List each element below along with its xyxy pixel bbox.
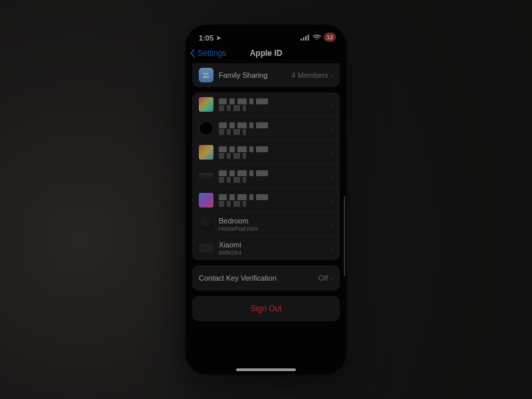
ipad-color-icon bbox=[199, 145, 213, 160]
family-sharing-value: 4 Members bbox=[291, 71, 328, 79]
chevron-right-icon: › bbox=[331, 275, 333, 282]
device-title bbox=[219, 194, 331, 200]
svg-rect-3 bbox=[307, 35, 309, 41]
chevron-right-icon: › bbox=[331, 125, 333, 132]
wifi-icon bbox=[313, 34, 321, 41]
device-title bbox=[219, 122, 331, 128]
device-title: Xiaomi bbox=[219, 241, 331, 249]
device-subtitle bbox=[219, 201, 331, 207]
chevron-right-icon: › bbox=[331, 221, 333, 228]
row-device-iphone[interactable]: › bbox=[192, 92, 340, 116]
scrollbar[interactable] bbox=[344, 196, 345, 276]
row-family-sharing[interactable]: Family Sharing 4 Members › bbox=[192, 63, 340, 87]
page-title: Apple ID bbox=[250, 49, 283, 58]
device-title bbox=[219, 98, 331, 104]
device-subtitle bbox=[219, 177, 331, 183]
home-indicator[interactable] bbox=[236, 368, 296, 371]
status-right: 12 bbox=[301, 33, 336, 42]
iphone-color-icon bbox=[199, 97, 213, 112]
row-device-mibox[interactable]: XiaomiMIBOX4› bbox=[192, 236, 340, 260]
phone-frame: 1:05 ➤ 12 Settings Apple ID bbox=[186, 25, 346, 374]
group-sign-out: Sign Out bbox=[192, 296, 340, 321]
row-device-monitor[interactable]: › bbox=[192, 188, 340, 212]
chevron-right-icon: › bbox=[331, 173, 333, 180]
svg-rect-2 bbox=[305, 36, 307, 41]
sign-out-label: Sign Out bbox=[199, 304, 333, 313]
contact-key-label: Contact Key Verification bbox=[199, 274, 319, 282]
battery-indicator: 12 bbox=[324, 33, 336, 42]
chevron-right-icon: › bbox=[331, 245, 333, 252]
location-icon: ➤ bbox=[216, 35, 221, 41]
svg-point-6 bbox=[207, 72, 209, 74]
status-time: 1:05 bbox=[199, 34, 213, 42]
chevron-right-icon: › bbox=[331, 149, 333, 156]
row-device-macmini[interactable]: › bbox=[192, 164, 340, 188]
group-devices: ›››››BedroomHomePod mini›XiaomiMIBOX4› bbox=[192, 92, 340, 260]
row-device-homepod[interactable]: BedroomHomePod mini› bbox=[192, 212, 340, 236]
device-title bbox=[219, 170, 331, 176]
svg-rect-1 bbox=[303, 37, 304, 41]
row-device-ipad[interactable]: › bbox=[192, 140, 340, 164]
svg-point-5 bbox=[203, 72, 206, 75]
back-button[interactable]: Settings bbox=[190, 43, 226, 63]
device-subtitle bbox=[219, 105, 331, 111]
status-bar: 1:05 ➤ 12 bbox=[186, 25, 346, 43]
device-title: Bedroom bbox=[219, 217, 331, 225]
macmini-icon bbox=[199, 173, 213, 180]
chevron-right-icon: › bbox=[331, 101, 333, 108]
mibox-icon bbox=[199, 243, 213, 253]
family-sharing-icon bbox=[199, 68, 213, 82]
scroll-area[interactable]: Family Sharing 4 Members › ›››››BedroomH… bbox=[186, 63, 346, 374]
apple-watch-icon bbox=[199, 121, 213, 136]
device-subtitle: MIBOX4 bbox=[219, 249, 331, 256]
svg-point-4 bbox=[317, 39, 318, 40]
signal-icon bbox=[301, 34, 310, 41]
device-title bbox=[219, 146, 331, 152]
chevron-right-icon: › bbox=[331, 197, 333, 204]
row-contact-key-verification[interactable]: Contact Key Verification Off › bbox=[192, 265, 340, 291]
status-left: 1:05 ➤ bbox=[199, 34, 221, 42]
family-sharing-label: Family Sharing bbox=[219, 71, 291, 79]
sign-out-button[interactable]: Sign Out bbox=[192, 296, 340, 321]
group-contact-key: Contact Key Verification Off › bbox=[192, 265, 340, 291]
group-family: Family Sharing 4 Members › bbox=[192, 63, 340, 87]
homepod-icon bbox=[199, 217, 213, 231]
contact-key-value: Off bbox=[319, 274, 328, 282]
device-subtitle: HomePod mini bbox=[219, 225, 331, 232]
svg-rect-0 bbox=[301, 39, 302, 41]
chevron-right-icon: › bbox=[331, 72, 333, 79]
row-device-watch[interactable]: › bbox=[192, 116, 340, 140]
device-subtitle bbox=[219, 153, 331, 159]
monitor-icon bbox=[199, 193, 213, 207]
back-label: Settings bbox=[198, 49, 226, 58]
nav-bar: Settings Apple ID bbox=[186, 43, 346, 63]
device-subtitle bbox=[219, 129, 331, 135]
